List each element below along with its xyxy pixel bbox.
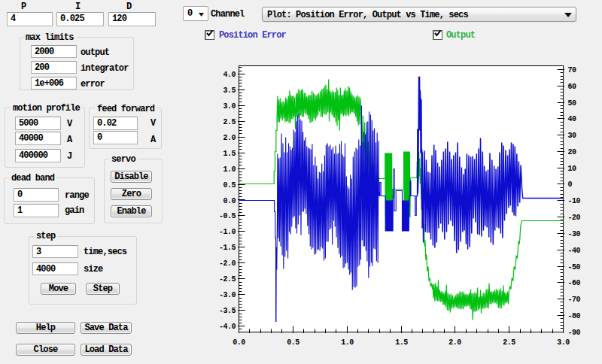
svg-text:-10: -10: [568, 197, 581, 205]
svg-text:60: 60: [568, 83, 577, 91]
svg-text:3.0: 3.0: [557, 338, 570, 347]
svg-text:-3.0: -3.0: [219, 291, 236, 299]
svg-text:3.5: 3.5: [223, 86, 236, 95]
svg-text:-20: -20: [568, 214, 581, 222]
svg-text:1.5: 1.5: [223, 150, 236, 158]
svg-text:-2.0: -2.0: [219, 259, 236, 268]
svg-text:10: 10: [568, 165, 577, 173]
svg-text:-2.5: -2.5: [219, 275, 236, 284]
svg-text:50: 50: [568, 99, 577, 108]
svg-text:-60: -60: [568, 279, 581, 287]
svg-text:4.0: 4.0: [223, 71, 236, 79]
svg-text:-0.5: -0.5: [219, 212, 236, 220]
svg-text:-3.5: -3.5: [219, 307, 236, 315]
svg-text:2.5: 2.5: [503, 338, 515, 347]
svg-text:2.0: 2.0: [448, 338, 461, 347]
svg-text:-70: -70: [568, 296, 581, 304]
svg-text:20: 20: [568, 148, 577, 156]
svg-text:0.5: 0.5: [223, 181, 236, 190]
svg-text:0: 0: [568, 180, 573, 189]
svg-text:40: 40: [568, 115, 577, 123]
svg-text:0.5: 0.5: [287, 338, 299, 347]
svg-text:-30: -30: [568, 230, 581, 238]
svg-text:0.0: 0.0: [233, 338, 245, 347]
svg-text:2.5: 2.5: [223, 118, 236, 126]
svg-text:30: 30: [568, 132, 577, 140]
svg-text:-90: -90: [568, 329, 581, 337]
svg-text:-40: -40: [568, 247, 581, 255]
svg-text:1.0: 1.0: [341, 338, 354, 347]
svg-text:1.5: 1.5: [395, 338, 408, 347]
svg-text:-50: -50: [568, 263, 581, 271]
svg-text:70: 70: [568, 66, 577, 74]
svg-text:2.0: 2.0: [223, 134, 236, 142]
svg-text:-4.0: -4.0: [219, 323, 236, 331]
svg-text:3.0: 3.0: [223, 102, 236, 111]
svg-text:-1.0: -1.0: [219, 228, 236, 236]
svg-text:0.0: 0.0: [223, 197, 236, 205]
svg-text:-80: -80: [568, 312, 581, 320]
svg-text:1.0: 1.0: [223, 165, 236, 174]
svg-text:-1.5: -1.5: [219, 244, 236, 252]
